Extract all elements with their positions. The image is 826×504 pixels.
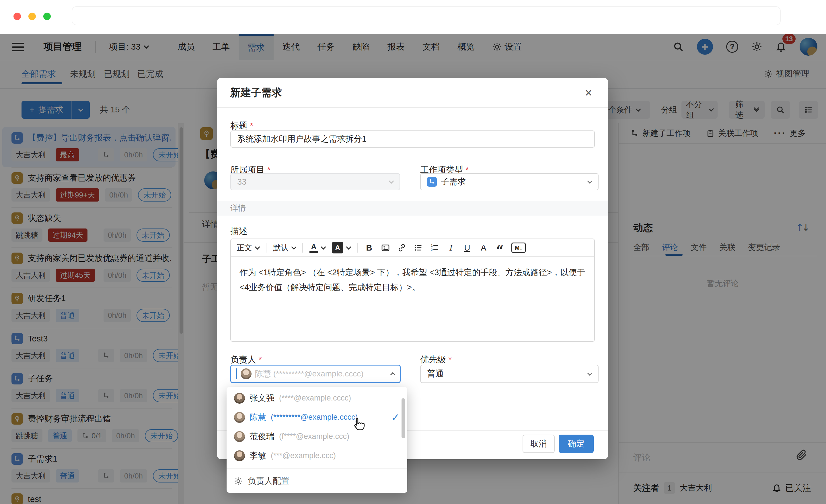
subrequirement-icon [427, 177, 437, 187]
owner-field-label: 负责人 [230, 354, 262, 366]
priority-field-label: 优先级 [420, 354, 452, 366]
editor-toolbar: 正文 默认 A A B 12 I U A “ M↓ [231, 239, 594, 257]
project-select: 33 [230, 173, 400, 190]
owner-option[interactable]: 范俊瑞 (f****@example.ccc) [227, 427, 407, 446]
ordered-list-icon[interactable]: 12 [430, 242, 439, 253]
avatar [234, 450, 245, 461]
mouse-cursor [350, 416, 366, 435]
owner-select-input[interactable]: 陈慧 (*********@example.cccc) [230, 365, 401, 383]
owner-option[interactable]: 李敏 (***@example.ccc) [227, 446, 407, 465]
underline-icon[interactable]: U [462, 242, 472, 253]
avatar [234, 393, 245, 404]
gear-icon [234, 477, 243, 485]
bullet-list-icon[interactable] [413, 242, 423, 253]
owner-option-selected[interactable]: 陈慧 (*********@example.cccc) ✓ [227, 408, 407, 427]
font-select[interactable]: 默认 [273, 243, 296, 253]
detail-section-label: 详情 [217, 201, 608, 215]
close-icon[interactable]: × [581, 85, 597, 101]
title-field-label: 标题 [230, 120, 253, 132]
maximize-window-button[interactable] [43, 13, 51, 20]
bold-icon[interactable]: B [364, 242, 374, 253]
confirm-button[interactable]: 确定 [559, 435, 594, 453]
text-caret [236, 368, 237, 379]
strikethrough-icon[interactable]: A [479, 242, 488, 253]
chevron-down-icon [587, 178, 592, 184]
avatar [241, 368, 251, 379]
title-input[interactable]: 系统添加水印用户故事之需求拆分1 [230, 130, 595, 148]
markdown-icon[interactable]: M↓ [511, 243, 526, 253]
check-icon: ✓ [391, 412, 400, 423]
app-root: 项目管理 项目: 33 成员 工单 需求 迭代 任务 缺陷 报表 文档 概览 设… [0, 0, 826, 504]
rich-text-editor[interactable]: 正文 默认 A A B 12 I U A “ M↓ 作为 <1特定角色> （在 … [230, 239, 595, 342]
paragraph-style-select[interactable]: 正文 [237, 243, 259, 253]
cancel-button[interactable]: 取消 [523, 435, 555, 453]
svg-text:1: 1 [431, 244, 432, 247]
highlight-color-icon[interactable]: A [332, 242, 350, 253]
quote-icon[interactable]: “ [495, 245, 505, 256]
modal-title: 新建子需求 [230, 86, 282, 100]
owner-option[interactable]: 张文强 (****@example.cccc) [227, 388, 407, 408]
avatar [234, 431, 245, 442]
owner-placeholder: 陈慧 (*********@example.cccc) [255, 368, 364, 379]
text-color-icon[interactable]: A [309, 243, 325, 253]
owner-dropdown: 张文强 (****@example.cccc) 陈慧 (*********@ex… [227, 387, 407, 493]
avatar [234, 412, 245, 423]
close-window-button[interactable] [13, 13, 21, 20]
link-icon[interactable] [397, 242, 407, 253]
description-label: 描述 [230, 225, 247, 237]
description-text[interactable]: 作为 <1特定角色> （在 <2特定场景> 下），我希望 <3通过特定的手段、方… [231, 257, 594, 303]
chevron-up-icon [390, 372, 395, 377]
priority-select[interactable]: 普通 [420, 365, 599, 383]
dropdown-scrollbar-thumb[interactable] [402, 398, 405, 438]
browser-chrome [0, 0, 826, 34]
chevron-down-icon [587, 370, 592, 376]
image-icon[interactable] [380, 242, 390, 253]
minimize-window-button[interactable] [28, 13, 36, 20]
address-bar[interactable] [72, 7, 780, 25]
work-item-type-select[interactable]: 子需求 [420, 173, 599, 190]
svg-text:2: 2 [431, 248, 432, 251]
owner-config-button[interactable]: 负责人配置 [227, 469, 407, 493]
italic-icon[interactable]: I [446, 242, 456, 253]
chevron-down-icon [389, 178, 394, 184]
